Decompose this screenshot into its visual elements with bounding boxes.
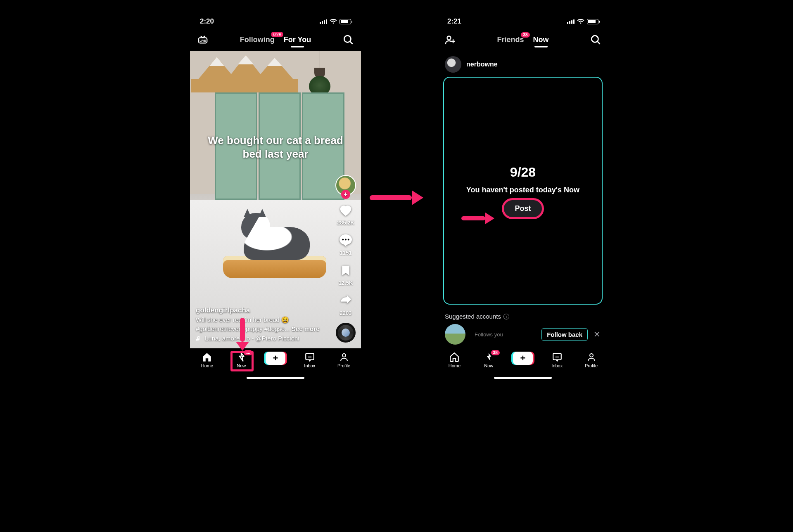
battery-icon [340,19,351,24]
disc-icon [336,323,356,343]
svg-point-11 [342,239,344,241]
suggested-accounts-header: Suggested accounts i [437,305,608,320]
music-note-icon [196,336,202,341]
search-icon[interactable] [590,34,601,45]
info-icon[interactable]: i [503,314,509,319]
wall-art [191,55,298,92]
tab-profile-label: Profile [337,363,350,368]
post-button[interactable]: Post [504,200,541,217]
bottom-tab-bar: Home Now 38 + Inbox Profile [190,348,361,382]
tab-now[interactable]: Now 38 [224,352,259,368]
like-button[interactable]: 285.2K [337,202,354,226]
battery-icon [587,19,598,24]
follow-plus-icon[interactable]: + [341,190,350,199]
see-more-link[interactable]: See more [292,325,320,332]
annotation-arrow-to-now-tab [240,318,245,351]
like-count: 285.2K [337,220,354,226]
cellular-signal-icon [567,19,575,24]
home-indicator [494,377,552,379]
comment-button[interactable]: 1151 [338,232,354,256]
suggested-account-row[interactable]: Follows you Follow back ✕ [437,320,608,345]
tab-inbox[interactable]: Inbox [292,352,327,368]
video-hashtags[interactable]: #goldenretriever #puppy #dogso... See mo… [196,325,324,332]
tab-inbox-label: Inbox [304,363,315,368]
now-user-row[interactable]: nerbowne [437,49,608,77]
user-avatar [445,56,461,73]
status-time: 2:21 [447,17,461,26]
svg-marker-7 [238,55,254,64]
tab-create[interactable]: + [506,352,540,365]
suggested-avatar [445,324,465,345]
phone-left: 2:20 LIVE Following LIVE For You [190,12,361,382]
svg-rect-18 [553,353,561,359]
author-avatar[interactable]: + [335,175,356,196]
live-icon[interactable]: LIVE [197,34,208,45]
svg-point-19 [590,354,593,357]
tab-home-label: Home [201,363,213,368]
sound-row[interactable]: Luna, amore e o - @Piero Piccioni [196,335,324,342]
svg-marker-5 [209,57,224,66]
video-caption-text: Will she ever recl im her bread 😫 [196,316,324,324]
create-plus-icon: + [266,352,285,365]
tab-inbox-label: Inbox [551,363,563,368]
tab-foryou[interactable]: For You [284,35,311,44]
sound-disc[interactable] [336,323,356,343]
comparison-canvas: 2:20 LIVE Following LIVE For You [123,12,670,388]
home-indicator [247,377,304,379]
suggested-subtitle: Follows you [475,331,503,338]
video-feed[interactable]: We bought our cat a bread bed last year … [190,51,361,348]
top-nav: Friends 38 Now [437,31,608,49]
tab-friends[interactable]: Friends 38 [497,35,524,44]
svg-point-13 [348,239,349,241]
search-icon[interactable] [343,34,354,45]
hanging-plant [307,51,332,97]
status-bar: 2:21 [437,12,608,31]
wifi-icon [577,19,584,24]
svg-point-16 [447,36,451,40]
wifi-icon [330,19,337,24]
bookmark-button[interactable]: 12.5K [338,262,354,286]
now-message: You haven't posted today's Now [466,186,579,194]
live-badge: LIVE [271,32,283,37]
share-button[interactable]: 2203 [338,293,354,316]
suggested-header-text: Suggested accounts [445,313,501,320]
tab-home[interactable]: Home [437,352,472,368]
tab-now[interactable]: Now 38 [472,352,506,368]
tab-now-label: Now [484,363,493,368]
svg-point-15 [342,354,346,357]
heart-icon [338,202,354,218]
tab-home-label: Home [449,363,461,368]
status-right-cluster [567,19,598,24]
tab-profile-label: Profile [585,363,598,368]
now-card: 9/28 You haven't posted today's Now Post [443,77,603,305]
svg-marker-9 [267,58,282,66]
author-username[interactable]: goldengirlpacha [196,306,324,314]
tab-now-top[interactable]: Now [533,35,549,44]
top-nav: LIVE Following LIVE For You [190,31,361,49]
tab-home[interactable]: Home [190,352,224,368]
dismiss-suggestion-icon[interactable]: ✕ [594,331,601,338]
now-username: nerbowne [466,61,498,68]
bookmark-count: 12.5K [339,280,353,286]
create-plus-icon: + [513,352,533,365]
follow-back-button[interactable]: Follow back [541,328,588,341]
tab-now-label: Now [237,363,246,368]
friends-badge: 38 [521,32,529,38]
add-friend-icon[interactable] [445,34,456,45]
side-action-bar: + 285.2K 1151 [335,175,356,332]
tab-profile[interactable]: Profile [574,352,608,368]
tab-friends-label: Friends [497,35,524,44]
video-meta: goldengirlpacha Will she ever recl im he… [196,306,324,342]
bookmark-icon [338,262,354,278]
annotation-arrow-to-post-button [461,215,494,222]
comment-icon [338,232,354,248]
cat [244,213,310,260]
cellular-signal-icon [320,19,327,24]
tab-create[interactable]: + [259,352,293,365]
tab-profile[interactable]: Profile [327,352,361,368]
tab-following[interactable]: Following LIVE [240,35,275,44]
svg-point-12 [345,239,347,241]
tab-inbox[interactable]: Inbox [540,352,574,368]
annotation-arrow-to-right-screen [370,194,423,201]
status-time: 2:20 [200,17,214,26]
